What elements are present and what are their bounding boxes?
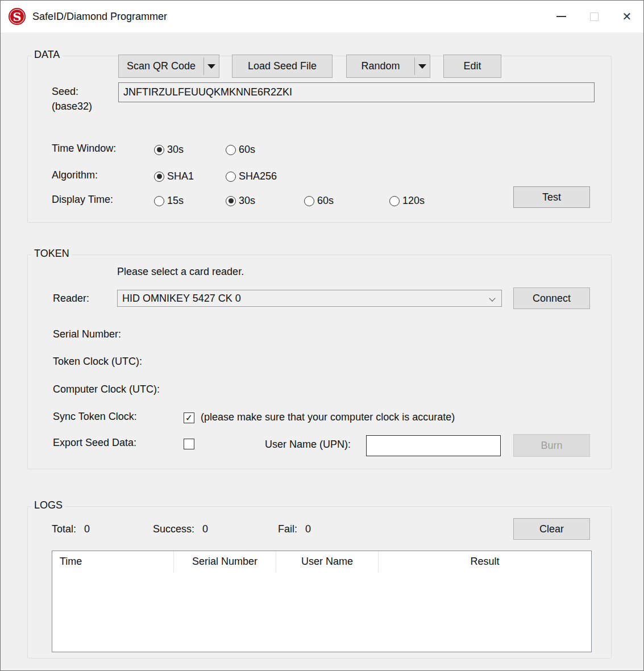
fail-counter: Fail: 0 — [278, 523, 311, 535]
burn-button[interactable]: Burn — [513, 434, 590, 457]
window-title: SafeID/Diamond Programmer — [32, 11, 167, 23]
column-header-result[interactable]: Result — [378, 551, 591, 572]
random-label: Random — [347, 55, 414, 77]
radio-label: 30s — [167, 144, 184, 156]
maximize-button[interactable] — [577, 1, 610, 32]
reader-status-message: Please select a card reader. — [117, 266, 244, 278]
maximize-icon — [590, 12, 599, 21]
close-button[interactable]: ✕ — [610, 1, 643, 32]
sync-token-clock-note: (please make sure that your computer clo… — [201, 411, 455, 423]
radio-label: 15s — [167, 195, 184, 207]
window-controls: ✕ — [545, 1, 643, 32]
radio-unchecked-icon — [304, 196, 314, 206]
export-seed-data-checkbox[interactable] — [184, 439, 194, 449]
app-logo-icon: S — [9, 8, 26, 25]
radio-label: 30s — [239, 195, 255, 207]
scan-qr-dropdown-arrow[interactable] — [204, 55, 219, 77]
reader-label: Reader: — [53, 293, 89, 305]
success-counter: Success: 0 — [153, 523, 208, 535]
token-group-title: TOKEN — [31, 248, 72, 260]
random-button[interactable]: Random — [346, 55, 430, 78]
scan-qr-code-label: Scan QR Code — [119, 55, 203, 77]
time-window-option-30s[interactable]: 30s — [154, 144, 184, 156]
radio-checked-icon — [154, 145, 164, 155]
column-header-serial-number[interactable]: Serial Number — [173, 551, 276, 572]
computer-clock-label: Computer Clock (UTC): — [53, 384, 160, 395]
total-label: Total: — [52, 523, 76, 535]
radio-unchecked-icon — [226, 172, 236, 182]
radio-label: 60s — [239, 144, 255, 156]
dropdown-arrow-icon — [207, 64, 215, 69]
success-value: 0 — [202, 523, 208, 535]
total-value: 0 — [84, 523, 90, 535]
column-header-time[interactable]: Time — [52, 551, 173, 572]
algorithm-option-sha256[interactable]: SHA256 — [226, 170, 277, 182]
time-window-option-60s[interactable]: 60s — [226, 144, 255, 156]
user-name-input[interactable] — [366, 435, 501, 456]
seed-label-line2: (base32) — [52, 101, 92, 112]
edit-button[interactable]: Edit — [443, 55, 501, 78]
chevron-down-icon — [489, 295, 495, 301]
display-time-option-30s[interactable]: 30s — [226, 195, 255, 207]
radio-unchecked-icon — [226, 145, 236, 155]
sync-token-clock-checkbox[interactable]: ✓ — [184, 412, 194, 423]
time-window-label: Time Window: — [52, 143, 116, 155]
fail-label: Fail: — [278, 523, 297, 535]
test-button[interactable]: Test — [513, 186, 590, 208]
connect-button[interactable]: Connect — [513, 287, 590, 309]
scan-qr-code-button[interactable]: Scan QR Code — [118, 55, 219, 78]
logs-group-title: LOGS — [31, 499, 65, 511]
export-seed-data-label: Export Seed Data: — [53, 437, 136, 449]
column-header-user-name[interactable]: User Name — [276, 551, 378, 572]
token-clock-label: Token Clock (UTC): — [53, 356, 142, 368]
title-bar: S SafeID/Diamond Programmer ✕ — [1, 1, 643, 32]
display-time-option-15s[interactable]: 15s — [154, 195, 184, 207]
seed-label-line1: Seed: — [52, 86, 78, 98]
logs-table-header: Time Serial Number User Name Result — [52, 551, 591, 572]
minimize-button[interactable] — [545, 1, 577, 32]
seed-input[interactable]: JNFTIRZULFEUUQKMKNNE6R2ZKI — [118, 82, 595, 102]
dropdown-arrow-icon — [418, 64, 426, 69]
minimize-icon — [556, 16, 566, 17]
sync-token-clock-label: Sync Token Clock: — [53, 411, 137, 423]
serial-number-label: Serial Number: — [53, 328, 121, 340]
random-dropdown-arrow[interactable] — [415, 55, 430, 77]
logs-table[interactable]: Time Serial Number User Name Result — [52, 551, 592, 652]
radio-checked-icon — [226, 196, 236, 206]
load-seed-file-button[interactable]: Load Seed File — [232, 55, 333, 78]
display-time-option-60s[interactable]: 60s — [304, 195, 334, 207]
radio-unchecked-icon — [389, 196, 400, 206]
success-label: Success: — [153, 523, 194, 535]
user-name-upn-label: User Name (UPN): — [265, 439, 351, 451]
radio-label: 60s — [317, 195, 334, 207]
radio-unchecked-icon — [154, 196, 164, 206]
display-time-label: Display Time: — [52, 194, 113, 206]
total-counter: Total: 0 — [52, 523, 90, 535]
display-time-option-120s[interactable]: 120s — [389, 195, 425, 207]
clear-button[interactable]: Clear — [513, 518, 590, 540]
radio-checked-icon — [154, 172, 164, 182]
reader-select[interactable]: HID OMNIKEY 5427 CK 0 — [117, 290, 502, 307]
radio-label: 120s — [402, 195, 425, 207]
reader-selected-value: HID OMNIKEY 5427 CK 0 — [122, 293, 241, 305]
algorithm-option-sha1[interactable]: SHA1 — [154, 170, 194, 182]
fail-value: 0 — [305, 523, 311, 535]
radio-label: SHA256 — [239, 170, 277, 182]
data-group-title: DATA — [31, 49, 63, 61]
radio-label: SHA1 — [167, 170, 194, 182]
app-window: S SafeID/Diamond Programmer ✕ DATA Scan … — [0, 0, 644, 671]
algorithm-label: Algorithm: — [52, 169, 98, 181]
